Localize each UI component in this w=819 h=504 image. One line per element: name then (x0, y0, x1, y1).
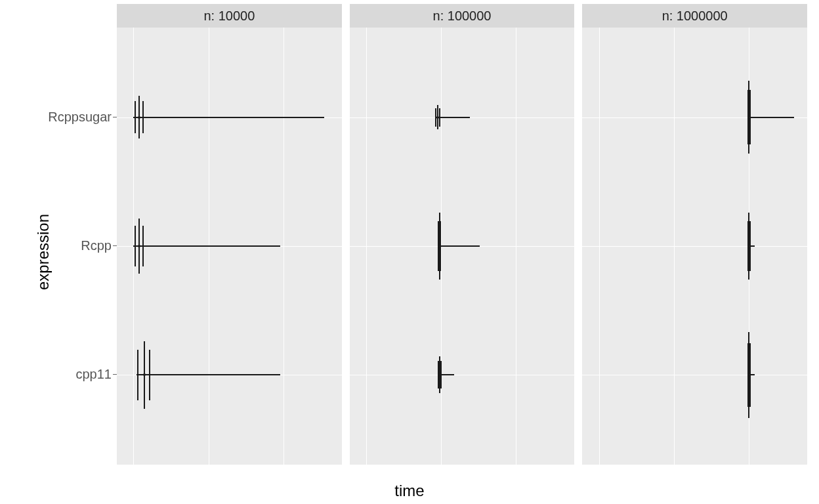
facet-strip: n: 10000 (117, 4, 342, 28)
facet-strip: n: 100000 (350, 4, 575, 28)
chart-root: expression time Rcppsugar Rcpp cpp11 n: … (0, 0, 819, 504)
plot-panel: 10µs100µs1ms (582, 28, 807, 465)
facet-row: n: 10000 10µs100µs1ms n: 100000 10µs100µ… (117, 4, 807, 465)
facet: n: 10000 10µs100µs1ms (117, 4, 342, 465)
facet: n: 100000 10µs100µs1ms (350, 4, 575, 465)
facet-strip: n: 1000000 (582, 4, 807, 28)
violin-spike (135, 101, 136, 133)
violin-range (136, 374, 280, 375)
median-point (143, 373, 146, 376)
median-point (138, 116, 140, 119)
median-point (436, 116, 439, 119)
x-axis-title: time (394, 482, 424, 500)
median-point (747, 116, 750, 119)
median-point (747, 373, 750, 376)
violin-range (436, 117, 469, 118)
violin-spike (135, 226, 136, 267)
median-point (138, 245, 140, 247)
violin-spike (142, 101, 144, 133)
median-point (438, 245, 441, 247)
violin-spike (137, 350, 138, 400)
plot-panel: 10µs100µs1ms (117, 28, 342, 465)
median-point (438, 373, 441, 376)
violin-range (438, 245, 480, 247)
violin-range (133, 117, 324, 118)
violin-range (747, 117, 794, 118)
violin-spike (142, 226, 144, 267)
y-tick-label: cpp11 (38, 367, 112, 382)
violin-range (133, 245, 280, 247)
facet: n: 1000000 10µs100µs1ms (582, 4, 807, 465)
violin-spike (149, 350, 150, 400)
y-tick-label: Rcppsugar (38, 110, 112, 125)
y-tick-label: Rcpp (38, 238, 112, 253)
plot-panel: 10µs100µs1ms (350, 28, 575, 465)
median-point (747, 245, 750, 247)
